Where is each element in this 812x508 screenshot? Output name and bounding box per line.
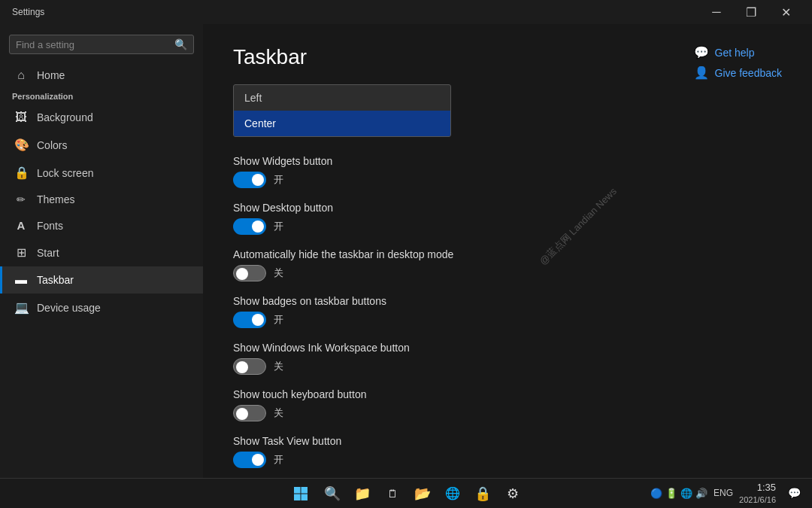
close-button[interactable]: ✕ <box>768 0 803 24</box>
setting-autohide-label: Automatically hide the taskbar in deskto… <box>233 248 782 260</box>
language-indicator: ENG <box>714 488 733 498</box>
system-clock[interactable]: 1:35 2021/6/16 <box>739 481 776 506</box>
sidebar-item-fonts[interactable]: A Fonts <box>0 212 203 239</box>
personalization-section-label: Personalization <box>0 89 203 104</box>
system-taskbar: 🔍 📁 🗒 📂 🌐 🔒 ⚙ 🔵 🔋 🌐 🔊 ENG 1:35 2021/6/16… <box>0 478 812 508</box>
wifi-icon: 🌐 <box>680 488 692 499</box>
toggle-ink[interactable] <box>233 358 266 375</box>
toggle-widgets-thumb <box>252 174 264 186</box>
colors-icon: 🎨 <box>14 138 28 152</box>
clock-date: 2021/6/16 <box>739 494 776 506</box>
help-links: 💬 Get help 👤 Give feedback <box>694 45 783 80</box>
sidebar-item-home[interactable]: ⌂ Home <box>0 62 203 89</box>
toggle-autohide[interactable] <box>233 265 266 281</box>
get-help-link[interactable]: 💬 Get help <box>694 45 755 59</box>
maximize-button[interactable]: ❐ <box>734 0 768 24</box>
dropdown-option-center[interactable]: Center <box>234 111 450 136</box>
taskbar-browser-button[interactable]: 🌐 <box>441 482 465 506</box>
sidebar-item-home-label: Home <box>37 69 65 81</box>
search-input[interactable] <box>16 39 174 50</box>
sidebar-item-background[interactable]: 🖼 Background <box>0 104 203 131</box>
setting-touch-keyboard-label: Show touch keyboard button <box>233 388 782 400</box>
battery-icon: 🔋 <box>665 488 677 499</box>
window-controls: ─ ❐ ✕ <box>699 0 803 24</box>
toggle-desktop-state: 开 <box>274 220 283 233</box>
toggle-touch-keyboard[interactable] <box>233 405 266 421</box>
setting-desktop-toggle-row: 开 <box>233 218 782 235</box>
sidebar-item-start[interactable]: ⊞ Start <box>0 239 203 266</box>
notification-center-button[interactable]: 💬 <box>782 481 806 505</box>
setting-task-view-toggle-row: 开 <box>233 452 782 468</box>
get-help-icon: 💬 <box>694 45 709 59</box>
themes-icon: ✏ <box>14 193 28 205</box>
toggle-ink-state: 关 <box>274 360 283 373</box>
setting-widgets-toggle-row: 开 <box>233 172 782 188</box>
sidebar-item-taskbar[interactable]: ▬ Taskbar <box>0 266 203 294</box>
search-icon[interactable]: 🔍 <box>174 38 187 50</box>
toggle-badges-state: 开 <box>274 313 283 327</box>
start-button[interactable] <box>287 480 314 507</box>
sidebar-item-colors[interactable]: 🎨 Colors <box>0 131 203 159</box>
clock-time: 1:35 <box>739 481 776 494</box>
sidebar-item-device-usage-label: Device usage <box>37 302 101 314</box>
minimize-button[interactable]: ─ <box>699 0 734 24</box>
setting-badges-label: Show badges on taskbar buttons <box>233 295 782 307</box>
main-window: 🔍 ⌂ Home Personalization 🖼 Background 🎨 … <box>0 24 812 478</box>
taskbar-file-explorer-button[interactable]: 📁 <box>350 482 374 506</box>
sidebar-item-colors-label: Colors <box>37 139 67 151</box>
search-box[interactable]: 🔍 <box>9 35 194 54</box>
main-content: Taskbar Left Center 💬 Get help 👤 Give fe… <box>203 24 812 478</box>
setting-widgets: Show Widgets button 开 <box>233 155 782 188</box>
start-icon: ⊞ <box>14 245 28 260</box>
sidebar: 🔍 ⌂ Home Personalization 🖼 Background 🎨 … <box>0 24 203 478</box>
sidebar-item-lock-screen-label: Lock screen <box>37 167 93 179</box>
toggle-badges[interactable] <box>233 312 266 328</box>
taskbar-search-button[interactable]: 🔍 <box>320 482 344 506</box>
setting-desktop: Show Desktop button 开 <box>233 202 782 235</box>
setting-badges-toggle-row: 开 <box>233 312 782 328</box>
windows-logo-icon <box>294 487 308 500</box>
svg-rect-0 <box>294 487 301 494</box>
toggle-task-view[interactable] <box>233 452 266 468</box>
setting-touch-keyboard-toggle-row: 关 <box>233 405 782 421</box>
sidebar-item-start-label: Start <box>37 247 59 259</box>
setting-ink: Show Windows Ink Workspace button 关 <box>233 342 782 375</box>
svg-rect-2 <box>294 494 301 500</box>
taskbar-alignment-dropdown[interactable]: Left Center <box>233 84 451 137</box>
toggle-badges-thumb <box>252 314 264 326</box>
title-bar: Settings ─ ❐ ✕ <box>0 0 812 24</box>
toggle-touch-keyboard-state: 关 <box>274 406 283 420</box>
taskbar-folder-button[interactable]: 📂 <box>411 482 435 506</box>
sidebar-item-lock-screen[interactable]: 🔒 Lock screen <box>0 159 203 187</box>
taskbar-right: 🔵 🔋 🌐 🔊 ENG 1:35 2021/6/16 💬 <box>650 481 806 506</box>
setting-badges: Show badges on taskbar buttons 开 <box>233 295 782 328</box>
setting-autohide: Automatically hide the taskbar in deskto… <box>233 248 782 281</box>
setting-task-view: Show Task View button 开 <box>233 435 782 468</box>
setting-desktop-label: Show Desktop button <box>233 202 782 214</box>
get-help-label: Get help <box>715 47 755 59</box>
toggle-task-view-state: 开 <box>274 453 283 467</box>
dropdown-option-left[interactable]: Left <box>234 85 450 111</box>
give-feedback-link[interactable]: 👤 Give feedback <box>694 65 783 80</box>
give-feedback-icon: 👤 <box>694 65 709 80</box>
app-title: Settings <box>12 7 44 17</box>
home-icon: ⌂ <box>14 68 28 82</box>
toggle-desktop[interactable] <box>233 218 266 235</box>
svg-rect-3 <box>301 494 308 500</box>
taskbar-settings-button[interactable]: ⚙ <box>501 482 525 506</box>
toggle-touch-keyboard-thumb <box>236 408 248 420</box>
setting-ink-label: Show Windows Ink Workspace button <box>233 342 782 354</box>
setting-task-view-label: Show Task View button <box>233 435 782 447</box>
setting-ink-toggle-row: 关 <box>233 358 782 375</box>
toggle-widgets[interactable] <box>233 172 266 188</box>
sidebar-item-device-usage[interactable]: 💻 Device usage <box>0 294 203 321</box>
sidebar-item-themes[interactable]: ✏ Themes <box>0 187 203 212</box>
toggle-widgets-state: 开 <box>274 173 283 187</box>
give-feedback-label: Give feedback <box>715 67 783 79</box>
taskbar-notepad-button[interactable]: 🗒 <box>380 482 404 506</box>
volume-icon: 🔊 <box>695 488 707 499</box>
fonts-icon: A <box>14 219 28 232</box>
taskbar-security-button[interactable]: 🔒 <box>471 482 495 506</box>
sidebar-item-themes-label: Themes <box>37 193 75 205</box>
device-usage-icon: 💻 <box>14 300 28 315</box>
